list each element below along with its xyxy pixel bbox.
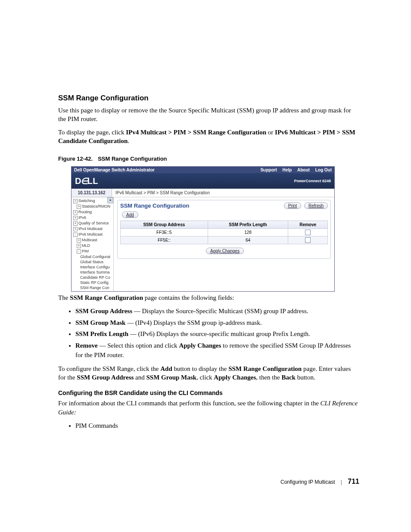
section-title: SSM Range Configuration (58, 94, 359, 103)
fields-list: SSM Group Address — Displays the Source-… (58, 306, 359, 360)
field-name: SSM Group Address (75, 308, 132, 314)
breadcrumb: IPv6 Multicast > PIM > SSM Range Configu… (112, 189, 334, 197)
tree-ipv4-multicast[interactable]: IPv4 Multicast (78, 227, 103, 231)
expand-icon[interactable]: + (77, 238, 81, 243)
table-row: FF5E:: 64 (121, 236, 328, 244)
scroll-up-icon[interactable]: ▴ (107, 197, 113, 203)
field-desc: — Displays the Source-Specific Multicast… (132, 308, 308, 314)
panel-title: SSM Range Configuration (120, 202, 189, 209)
th-remove: Remove (288, 221, 328, 229)
ssm-panel: SSM Range Configuration Print Refresh Ad… (117, 200, 331, 259)
th-group-address: SSM Group Address (121, 221, 208, 229)
tree-stats[interactable]: Statistics/RMON (82, 204, 110, 208)
field-desc: — Select this option and click (98, 342, 179, 349)
cell-prefix-length: 128 (208, 229, 288, 236)
apply-changes-button[interactable]: Apply Changes (206, 248, 244, 254)
add-button[interactable]: Add (122, 212, 138, 218)
expand-icon[interactable]: + (73, 199, 78, 203)
t: button. (296, 374, 315, 381)
app-topbar: Dell OpenManage Switch Administrator Sup… (72, 167, 334, 173)
page-number: 711 (348, 478, 359, 485)
tree-routing[interactable]: Routing (78, 210, 92, 214)
page-footer: Configuring IP Multicast | 711 (58, 478, 359, 485)
tree-multicast[interactable]: Multicast (82, 238, 97, 242)
refresh-button[interactable]: Refresh (304, 202, 328, 209)
b: SSM Group Address (77, 374, 134, 381)
list-item: SSM Group Mask — (IPv4) Displays the SSM… (75, 318, 359, 328)
menu-support[interactable]: Support (260, 168, 277, 172)
tree-qos[interactable]: Quality of Service (78, 221, 109, 225)
lead-b: SSM Range Configuration (70, 294, 143, 301)
field-desc: — (IPv6) Displays the source-specific mu… (128, 330, 310, 337)
app-window: Dell OpenManage Switch Administrator Sup… (71, 166, 335, 292)
table-row: FF3E::5 128 (121, 229, 328, 236)
th-prefix-length: SSM Prefix Length (208, 221, 288, 229)
b: SSM Group Mask (146, 374, 196, 381)
expand-icon[interactable]: + (73, 210, 78, 215)
list-item: SSM Group Address — Displays the Source-… (75, 306, 359, 316)
tree-interface-config[interactable]: Interface Configu (80, 265, 110, 269)
expand-icon[interactable]: + (77, 244, 81, 248)
inline-bold: Apply Changes (179, 342, 221, 349)
intro-paragraph-2: To display the page, click IPv4 Multicas… (58, 128, 359, 146)
collapse-icon[interactable]: - (73, 233, 78, 237)
collapse-icon[interactable]: - (77, 249, 81, 254)
list-item: SSM Prefix Length — (IPv6) Displays the … (75, 329, 359, 339)
tree-switching[interactable]: Switching (78, 199, 95, 203)
cli-heading: Configuring the BSR Candidate using the … (58, 389, 359, 396)
content-area: SSM Range Configuration Print Refresh Ad… (114, 197, 334, 291)
lead-c: page contains the following fields: (143, 294, 234, 301)
tree-interface-summary[interactable]: Interface Summa (80, 270, 110, 274)
b: SSM Range Configuration (228, 365, 302, 372)
figure-number: Figure 12-42. (58, 156, 93, 162)
expand-icon[interactable]: + (73, 227, 78, 231)
menu-about[interactable]: About (297, 168, 310, 172)
remove-checkbox[interactable] (305, 230, 311, 235)
tree-candidate-rp[interactable]: Candidate RP Co (80, 275, 110, 280)
fields-lead: The SSM Range Configuration page contain… (58, 293, 359, 302)
cell-group-address: FF3E::5 (121, 229, 208, 236)
ssm-table: SSM Group Address SSM Prefix Length Remo… (120, 221, 328, 244)
footer-chapter: Configuring IP Multicast (280, 479, 335, 485)
menu-help[interactable]: Help (283, 168, 292, 172)
b: Add (160, 365, 172, 372)
app-topbar-menu: Support Help About Log Out (256, 168, 332, 172)
tree-pim[interactable]: PIM (82, 249, 89, 253)
cell-remove (288, 236, 328, 244)
device-model: PowerConnect 6248 (294, 179, 331, 183)
tree-ipv6[interactable]: IPv6 (78, 215, 86, 220)
cli-text: For information about the CLI commands t… (58, 400, 321, 407)
list-item: PIM Commands (75, 421, 359, 431)
cell-prefix-length: 64 (208, 236, 288, 244)
cli-paragraph: For information about the CLI commands t… (58, 399, 359, 417)
cell-remove (288, 229, 328, 236)
expand-icon[interactable]: + (73, 216, 78, 220)
t: To configure the SSM Range, click the (58, 365, 160, 372)
menu-logout[interactable]: Log Out (315, 168, 332, 172)
print-button[interactable]: Print (284, 202, 302, 209)
b: Apply Changes (214, 374, 256, 381)
figure-title: SSM Range Configuration (98, 156, 167, 162)
p2-e: . (128, 137, 129, 144)
t: , then the (256, 374, 281, 381)
device-ip: 10.131.13.162 (72, 189, 112, 197)
tree-static-rp[interactable]: Static RP Config (80, 280, 109, 285)
nav-tree[interactable]: ▴ +Switching +Statistics/RMON +Routing +… (72, 197, 114, 291)
tree-mld[interactable]: MLD (82, 243, 90, 248)
footer-separator: | (341, 479, 342, 485)
remove-checkbox[interactable] (305, 237, 311, 243)
configure-paragraph: To configure the SSM Range, click the Ad… (58, 364, 359, 382)
expand-icon[interactable]: + (77, 205, 81, 209)
tree-global-config[interactable]: Global Configurat (80, 255, 110, 259)
lead-a: The (58, 294, 70, 301)
tree-ipv6-multicast[interactable]: IPv6 Multicast (78, 232, 103, 236)
p2-a: To display the page, click (58, 129, 126, 136)
p2-b: IPv4 Multicast > PIM > SSM Range Configu… (126, 129, 266, 136)
field-name: SSM Prefix Length (75, 330, 128, 337)
cell-group-address: FF5E:: (121, 236, 208, 244)
list-item: Remove — Select this option and click Ap… (75, 341, 359, 360)
tree-ssm-range[interactable]: SSM Range Con (80, 286, 109, 290)
expand-icon[interactable]: + (73, 221, 78, 226)
t: and (134, 374, 146, 381)
tree-global-status[interactable]: Global Status (80, 260, 103, 264)
